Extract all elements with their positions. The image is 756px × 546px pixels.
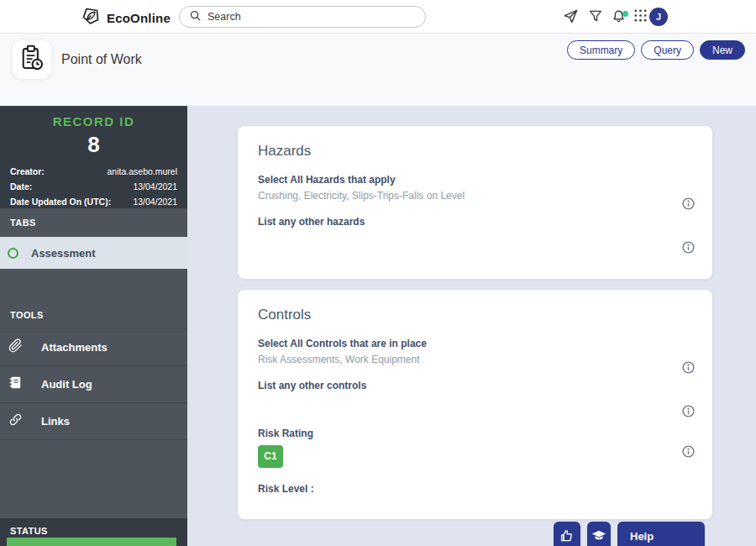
filter-icon[interactable] bbox=[588, 8, 605, 25]
record-meta-row: Date Updated On (UTC): 13/04/2021 bbox=[10, 197, 177, 207]
risk-rating-label: Risk Rating bbox=[258, 428, 692, 439]
audit-log-icon bbox=[8, 375, 23, 393]
sidebar-tab-assessment[interactable]: Assessment bbox=[0, 237, 187, 269]
search-bar[interactable] bbox=[179, 6, 426, 28]
status-section: STATUS bbox=[0, 518, 187, 546]
page-header: Point of Work Summary Query New bbox=[0, 34, 756, 106]
meta-label: Date: bbox=[10, 181, 32, 192]
field-other-hazards: List any other hazards bbox=[258, 216, 692, 244]
record-meta-row: Date: 13/04/2021 bbox=[10, 181, 177, 192]
tool-label: Audit Log bbox=[41, 378, 92, 391]
field-label: Select All Hazards that apply bbox=[258, 174, 692, 186]
learning-button[interactable] bbox=[587, 522, 611, 546]
field-label: Select All Controls that are in place bbox=[258, 338, 692, 349]
sidebar-item-attachments[interactable]: Attachments bbox=[0, 329, 187, 366]
risk-rating-badge: C1 bbox=[258, 445, 283, 468]
field-value: Crushing, Electricity, Slips-Trips-Falls… bbox=[258, 190, 692, 202]
hazards-card-title: Hazards bbox=[258, 143, 692, 160]
paperclip-icon bbox=[8, 339, 23, 356]
field-select-controls: Select All Controls that are in place Ri… bbox=[258, 338, 692, 365]
field-select-hazards: Select All Hazards that apply Crushing, … bbox=[258, 174, 692, 202]
field-value: Risk Assessments, Work Equipment bbox=[258, 354, 692, 365]
topbar: EcoOnline J bbox=[0, 0, 756, 34]
record-id-value: 8 bbox=[10, 132, 177, 158]
sidebar-item-links[interactable]: Links bbox=[0, 403, 187, 440]
field-value bbox=[258, 232, 692, 244]
status-label: STATUS bbox=[10, 526, 48, 536]
record-info-panel: RECORD ID 8 Creator: anita.asebo.murel D… bbox=[0, 106, 187, 208]
record-meta-row: Creator: anita.asebo.murel bbox=[10, 166, 177, 176]
field-value bbox=[258, 396, 692, 407]
page-title: Point of Work bbox=[61, 52, 142, 67]
risk-level-label: Risk Level : bbox=[258, 483, 692, 495]
meta-label: Creator: bbox=[10, 166, 45, 176]
status-bar bbox=[7, 538, 176, 546]
feedback-button[interactable] bbox=[554, 522, 580, 546]
new-button[interactable]: New bbox=[700, 40, 745, 60]
controls-card-title: Controls bbox=[258, 307, 692, 323]
info-icon[interactable] bbox=[681, 360, 696, 375]
notification-dot bbox=[622, 11, 628, 17]
field-label: List any other controls bbox=[258, 380, 692, 391]
meta-value: 13/04/2021 bbox=[133, 197, 177, 207]
search-input[interactable] bbox=[207, 11, 401, 23]
field-other-controls: List any other controls bbox=[258, 380, 692, 407]
tools-label: TOOLS bbox=[10, 310, 44, 320]
tabs-section-header: TABS bbox=[0, 208, 187, 237]
tool-label: Links bbox=[41, 415, 70, 428]
tabs-label: TABS bbox=[10, 218, 36, 228]
thumbs-up-icon bbox=[559, 528, 575, 546]
graduation-cap-icon bbox=[591, 528, 606, 544]
search-icon bbox=[189, 9, 202, 25]
field-label: List any other hazards bbox=[258, 216, 692, 228]
brand-name: EcoOnline bbox=[107, 11, 171, 25]
meta-label: Date Updated On (UTC): bbox=[10, 197, 111, 207]
clipboard-clock-icon bbox=[19, 45, 45, 75]
tool-label: Attachments bbox=[41, 341, 108, 354]
main-content: Hazards Select All Hazards that apply Cr… bbox=[187, 106, 756, 546]
floating-buttons: Help bbox=[554, 522, 705, 546]
meta-value: 13/04/2021 bbox=[133, 181, 177, 192]
hazards-card: Hazards Select All Hazards that apply Cr… bbox=[238, 126, 712, 279]
user-avatar[interactable]: J bbox=[649, 8, 668, 26]
summary-button[interactable]: Summary bbox=[567, 40, 635, 60]
tab-status-circle-icon bbox=[8, 248, 18, 259]
send-icon[interactable] bbox=[563, 8, 580, 25]
link-icon bbox=[8, 412, 23, 430]
query-button[interactable]: Query bbox=[641, 40, 694, 60]
help-button[interactable]: Help bbox=[617, 522, 705, 546]
notifications-bell-icon[interactable] bbox=[611, 13, 627, 27]
tab-label: Assessment bbox=[31, 247, 96, 260]
meta-value: anita.asebo.murel bbox=[108, 166, 177, 176]
sidebar: RECORD ID 8 Creator: anita.asebo.murel D… bbox=[0, 106, 187, 546]
info-icon[interactable] bbox=[681, 197, 696, 211]
app-grid-icon[interactable] bbox=[633, 8, 650, 25]
info-icon[interactable] bbox=[681, 240, 696, 255]
ecoonline-logo-icon bbox=[81, 6, 101, 29]
tools-section-header: TOOLS bbox=[0, 301, 187, 329]
controls-card: Controls Select All Controls that are in… bbox=[238, 290, 712, 519]
brand-logo[interactable]: EcoOnline bbox=[81, 6, 171, 29]
header-buttons: Summary Query New bbox=[567, 40, 745, 60]
info-icon[interactable] bbox=[681, 404, 696, 418]
module-icon-tile bbox=[13, 40, 51, 79]
sidebar-item-audit-log[interactable]: Audit Log bbox=[0, 366, 187, 403]
record-id-label: RECORD ID bbox=[10, 114, 177, 129]
info-icon[interactable] bbox=[681, 444, 696, 459]
